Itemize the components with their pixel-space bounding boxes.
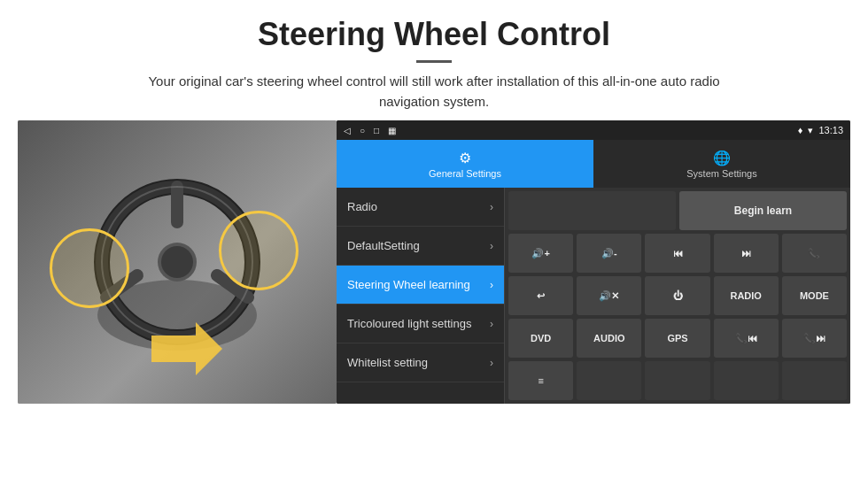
svg-marker-9 (151, 322, 222, 375)
right-panel: Begin learn 🔊+ 🔊- ⏮ ⏭ 📞 ↩ 🔊✕ ⏻ (505, 188, 850, 404)
android-panel: ◁ ○ □ ▦ ♦ ▾ 13:13 ⚙ General Settings (337, 120, 850, 404)
power-button[interactable]: ⏻ (645, 276, 709, 315)
menu-steering-label: Steering Wheel learning (347, 278, 470, 291)
mode-button[interactable]: MODE (782, 276, 847, 315)
vol-up-button[interactable]: 🔊+ (508, 234, 573, 273)
general-settings-icon: ⚙ (459, 150, 471, 166)
btn-row-0: Begin learn (508, 191, 847, 230)
begin-learn-button[interactable]: Begin learn (679, 191, 847, 230)
chevron-steering-icon: › (490, 279, 493, 291)
empty-5 (782, 361, 847, 400)
call-end-button[interactable]: ↩ (508, 276, 573, 315)
phone-button[interactable]: 📞 (782, 234, 847, 273)
highlight-circle-left (50, 228, 129, 308)
menu-button[interactable]: ≡ (508, 361, 573, 400)
left-menu: Radio › DefaultSetting › Steering Wheel … (337, 188, 505, 404)
audio-button[interactable]: AUDIO (577, 319, 641, 358)
next-track-button[interactable]: ⏭ (714, 234, 779, 273)
btn-row-4: ≡ (508, 361, 847, 400)
chevron-default-icon: › (490, 240, 493, 252)
menu-item-radio[interactable]: Radio › (337, 188, 504, 227)
page-wrapper: Steering Wheel Control Your original car… (0, 0, 868, 486)
tab-bar: ⚙ General Settings 🌐 System Settings (337, 140, 850, 188)
tab-system-label: System Settings (686, 168, 756, 179)
main-content: Radio › DefaultSetting › Steering Wheel … (337, 188, 850, 404)
back-icon[interactable]: ◁ (344, 126, 351, 135)
phone-prev-button[interactable]: 📞⏮ (714, 319, 779, 358)
gps-button[interactable]: GPS (645, 319, 709, 358)
chevron-radio-icon: › (490, 201, 493, 213)
highlight-circle-right (219, 211, 298, 290)
vol-down-button[interactable]: 🔊- (577, 234, 641, 273)
mute-button[interactable]: 🔊✕ (577, 276, 641, 315)
svg-point-7 (161, 246, 193, 278)
empty-slot (508, 191, 676, 230)
page-title: Steering Wheel Control (53, 16, 815, 53)
car-background (18, 120, 337, 404)
menu-default-label: DefaultSetting (347, 239, 420, 252)
empty-2 (577, 361, 641, 400)
dvd-button[interactable]: DVD (508, 319, 573, 358)
btn-row-1: 🔊+ 🔊- ⏮ ⏭ 📞 (508, 234, 847, 273)
wifi-icon: ▾ (808, 125, 813, 136)
status-bar-right: ♦ ▾ 13:13 (798, 125, 843, 136)
tab-system[interactable]: 🌐 System Settings (593, 140, 850, 188)
menu-item-tricoloured[interactable]: Tricoloured light settings › (337, 305, 504, 343)
btn-row-2: ↩ 🔊✕ ⏻ RADIO MODE (508, 276, 847, 315)
screen-icon[interactable]: ▦ (388, 126, 396, 135)
status-bar-left: ◁ ○ □ ▦ (344, 126, 396, 135)
radio-button[interactable]: RADIO (714, 276, 779, 315)
location-icon: ♦ (798, 125, 803, 135)
empty-3 (645, 361, 709, 400)
chevron-tricoloured-icon: › (490, 318, 493, 330)
status-bar: ◁ ○ □ ▦ ♦ ▾ 13:13 (337, 120, 850, 140)
chevron-whitelist-icon: › (490, 357, 493, 369)
prev-track-button[interactable]: ⏮ (645, 234, 709, 273)
menu-tricoloured-label: Tricoloured light settings (347, 317, 471, 330)
menu-radio-label: Radio (347, 200, 377, 213)
empty-4 (714, 361, 779, 400)
menu-item-whitelist[interactable]: Whitelist setting › (337, 343, 504, 382)
system-settings-icon: 🌐 (713, 150, 731, 166)
content-section: ◁ ○ □ ▦ ♦ ▾ 13:13 ⚙ General Settings (0, 120, 868, 486)
title-divider (416, 60, 452, 63)
subtitle: Your original car's steering wheel contr… (133, 72, 735, 112)
menu-whitelist-label: Whitelist setting (347, 356, 428, 369)
phone-next-button[interactable]: 📞⏭ (782, 319, 847, 358)
btn-row-3: DVD AUDIO GPS 📞⏮ 📞⏭ (508, 319, 847, 358)
tab-general-label: General Settings (429, 168, 501, 179)
header-section: Steering Wheel Control Your original car… (0, 0, 868, 120)
car-image (18, 120, 337, 404)
arrow-svg (151, 322, 222, 375)
tab-general[interactable]: ⚙ General Settings (337, 140, 593, 188)
recent-icon[interactable]: □ (374, 126, 379, 135)
menu-item-default[interactable]: DefaultSetting › (337, 227, 504, 266)
home-icon[interactable]: ○ (360, 126, 365, 135)
menu-item-steering[interactable]: Steering Wheel learning › (337, 266, 504, 305)
clock: 13:13 (818, 125, 843, 135)
